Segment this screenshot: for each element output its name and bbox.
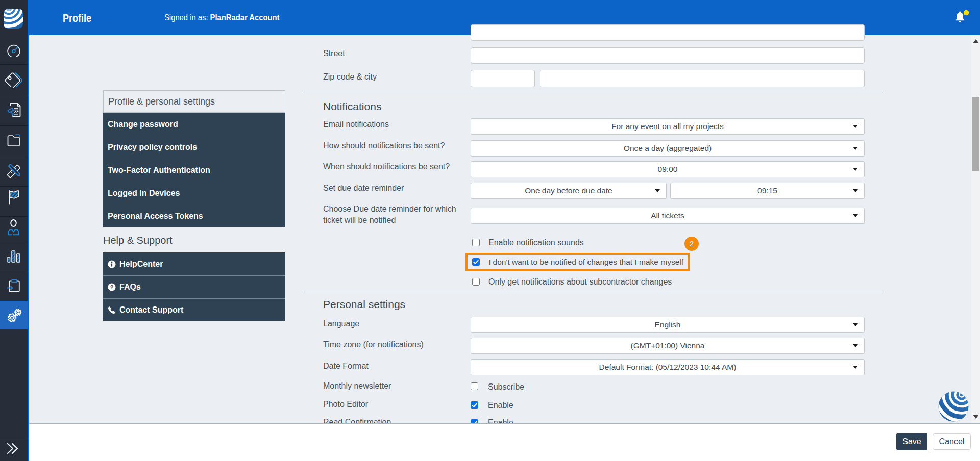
svg-text:?: ? xyxy=(110,284,114,290)
